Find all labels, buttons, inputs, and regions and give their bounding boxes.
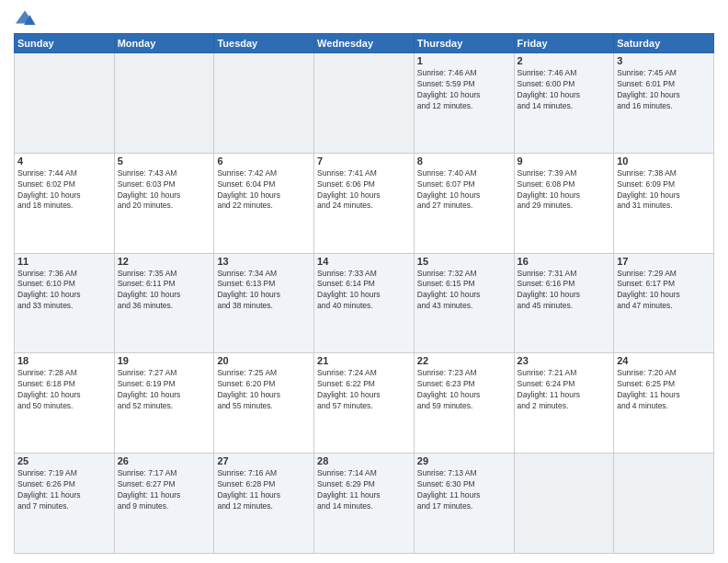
calendar-cell: 16Sunrise: 7:31 AM Sunset: 6:16 PM Dayli… — [514, 253, 614, 353]
day-number: 6 — [217, 155, 311, 167]
calendar-cell: 22Sunrise: 7:23 AM Sunset: 6:23 PM Dayli… — [414, 353, 514, 454]
day-info: Sunrise: 7:20 AM Sunset: 6:25 PM Dayligh… — [617, 368, 711, 412]
day-number: 14 — [317, 256, 411, 267]
day-info: Sunrise: 7:36 AM Sunset: 6:10 PM Dayligh… — [17, 269, 111, 313]
calendar-cell: 10Sunrise: 7:38 AM Sunset: 6:09 PM Dayli… — [614, 153, 714, 253]
calendar-cell — [15, 53, 115, 154]
day-number: 23 — [518, 355, 611, 366]
day-info: Sunrise: 7:46 AM Sunset: 6:00 PM Dayligh… — [518, 68, 611, 112]
day-number: 7 — [317, 155, 411, 167]
calendar-cell: 23Sunrise: 7:21 AM Sunset: 6:24 PM Dayli… — [514, 353, 614, 454]
day-info: Sunrise: 7:33 AM Sunset: 6:14 PM Dayligh… — [317, 269, 411, 313]
day-number: 16 — [518, 256, 611, 267]
calendar-cell: 2Sunrise: 7:46 AM Sunset: 6:00 PM Daylig… — [514, 53, 614, 154]
day-number: 19 — [118, 355, 211, 366]
day-number: 13 — [217, 256, 311, 267]
day-number: 22 — [417, 355, 511, 366]
calendar-cell: 1Sunrise: 7:46 AM Sunset: 5:59 PM Daylig… — [414, 53, 514, 154]
day-info: Sunrise: 7:35 AM Sunset: 6:11 PM Dayligh… — [118, 269, 211, 313]
day-info: Sunrise: 7:40 AM Sunset: 6:07 PM Dayligh… — [417, 168, 511, 213]
day-number: 26 — [118, 455, 211, 466]
calendar-cell: 3Sunrise: 7:45 AM Sunset: 6:01 PM Daylig… — [614, 53, 714, 154]
day-info: Sunrise: 7:28 AM Sunset: 6:18 PM Dayligh… — [17, 368, 111, 412]
calendar-cell: 21Sunrise: 7:24 AM Sunset: 6:22 PM Dayli… — [314, 353, 415, 454]
day-info: Sunrise: 7:44 AM Sunset: 6:02 PM Dayligh… — [17, 168, 111, 213]
logo — [14, 9, 40, 28]
day-info: Sunrise: 7:19 AM Sunset: 6:26 PM Dayligh… — [17, 468, 111, 512]
day-info: Sunrise: 7:13 AM Sunset: 6:30 PM Dayligh… — [417, 468, 511, 512]
day-info: Sunrise: 7:17 AM Sunset: 6:27 PM Dayligh… — [118, 468, 211, 512]
calendar-cell: 19Sunrise: 7:27 AM Sunset: 6:19 PM Dayli… — [114, 353, 214, 454]
day-header-monday: Monday — [114, 34, 214, 53]
day-info: Sunrise: 7:29 AM Sunset: 6:17 PM Dayligh… — [617, 269, 711, 313]
calendar-cell — [214, 53, 314, 154]
week-row-4: 25Sunrise: 7:19 AM Sunset: 6:26 PM Dayli… — [15, 454, 714, 554]
day-header-friday: Friday — [514, 34, 614, 53]
day-info: Sunrise: 7:25 AM Sunset: 6:20 PM Dayligh… — [217, 368, 311, 412]
calendar-cell: 20Sunrise: 7:25 AM Sunset: 6:20 PM Dayli… — [214, 353, 314, 454]
calendar-cell: 11Sunrise: 7:36 AM Sunset: 6:10 PM Dayli… — [15, 253, 115, 353]
week-row-2: 11Sunrise: 7:36 AM Sunset: 6:10 PM Dayli… — [15, 253, 714, 353]
day-number: 27 — [217, 455, 311, 466]
calendar-cell — [114, 53, 214, 154]
day-number: 10 — [617, 155, 711, 167]
day-info: Sunrise: 7:34 AM Sunset: 6:13 PM Dayligh… — [217, 269, 311, 313]
day-header-thursday: Thursday — [414, 34, 514, 53]
page: SundayMondayTuesdayWednesdayThursdayFrid… — [0, 0, 728, 563]
day-info: Sunrise: 7:41 AM Sunset: 6:06 PM Dayligh… — [317, 168, 411, 213]
day-header-sunday: Sunday — [15, 34, 115, 53]
day-number: 2 — [518, 55, 611, 66]
day-info: Sunrise: 7:23 AM Sunset: 6:23 PM Dayligh… — [417, 368, 511, 412]
day-number: 20 — [217, 355, 311, 366]
day-number: 1 — [417, 55, 511, 66]
calendar-cell: 17Sunrise: 7:29 AM Sunset: 6:17 PM Dayli… — [614, 253, 714, 353]
day-number: 29 — [417, 455, 511, 466]
calendar-cell: 8Sunrise: 7:40 AM Sunset: 6:07 PM Daylig… — [414, 153, 514, 253]
calendar-header-row: SundayMondayTuesdayWednesdayThursdayFrid… — [15, 34, 714, 53]
calendar-body: 1Sunrise: 7:46 AM Sunset: 5:59 PM Daylig… — [15, 53, 714, 554]
week-row-3: 18Sunrise: 7:28 AM Sunset: 6:18 PM Dayli… — [15, 353, 714, 454]
day-info: Sunrise: 7:38 AM Sunset: 6:09 PM Dayligh… — [617, 168, 711, 213]
day-info: Sunrise: 7:42 AM Sunset: 6:04 PM Dayligh… — [217, 168, 311, 213]
day-number: 4 — [17, 155, 111, 167]
calendar-cell: 18Sunrise: 7:28 AM Sunset: 6:18 PM Dayli… — [15, 353, 115, 454]
calendar-cell — [614, 454, 714, 554]
day-info: Sunrise: 7:14 AM Sunset: 6:29 PM Dayligh… — [317, 468, 411, 512]
calendar-cell: 25Sunrise: 7:19 AM Sunset: 6:26 PM Dayli… — [15, 454, 115, 554]
day-info: Sunrise: 7:32 AM Sunset: 6:15 PM Dayligh… — [417, 269, 511, 313]
calendar-table: SundayMondayTuesdayWednesdayThursdayFrid… — [14, 33, 714, 554]
day-number: 9 — [518, 155, 611, 167]
calendar-cell — [514, 454, 614, 554]
day-info: Sunrise: 7:46 AM Sunset: 5:59 PM Dayligh… — [417, 68, 511, 112]
calendar-cell: 12Sunrise: 7:35 AM Sunset: 6:11 PM Dayli… — [114, 253, 214, 353]
calendar-cell: 13Sunrise: 7:34 AM Sunset: 6:13 PM Dayli… — [214, 253, 314, 353]
day-info: Sunrise: 7:43 AM Sunset: 6:03 PM Dayligh… — [118, 168, 211, 213]
calendar-cell: 14Sunrise: 7:33 AM Sunset: 6:14 PM Dayli… — [314, 253, 415, 353]
calendar-cell: 4Sunrise: 7:44 AM Sunset: 6:02 PM Daylig… — [15, 153, 115, 253]
day-number: 25 — [17, 455, 111, 466]
day-header-tuesday: Tuesday — [214, 34, 314, 53]
week-row-0: 1Sunrise: 7:46 AM Sunset: 5:59 PM Daylig… — [15, 53, 714, 154]
calendar-cell: 27Sunrise: 7:16 AM Sunset: 6:28 PM Dayli… — [214, 454, 314, 554]
day-header-saturday: Saturday — [614, 34, 714, 53]
day-info: Sunrise: 7:45 AM Sunset: 6:01 PM Dayligh… — [617, 68, 711, 112]
calendar-cell: 15Sunrise: 7:32 AM Sunset: 6:15 PM Dayli… — [414, 253, 514, 353]
day-info: Sunrise: 7:24 AM Sunset: 6:22 PM Dayligh… — [317, 368, 411, 412]
calendar-cell: 29Sunrise: 7:13 AM Sunset: 6:30 PM Dayli… — [414, 454, 514, 554]
day-number: 18 — [17, 355, 111, 366]
calendar-cell: 28Sunrise: 7:14 AM Sunset: 6:29 PM Dayli… — [314, 454, 415, 554]
logo-icon — [14, 9, 36, 28]
day-number: 24 — [617, 355, 711, 366]
day-info: Sunrise: 7:39 AM Sunset: 6:08 PM Dayligh… — [518, 168, 611, 213]
calendar-cell: 7Sunrise: 7:41 AM Sunset: 6:06 PM Daylig… — [314, 153, 415, 253]
day-info: Sunrise: 7:21 AM Sunset: 6:24 PM Dayligh… — [518, 368, 611, 412]
calendar-cell: 6Sunrise: 7:42 AM Sunset: 6:04 PM Daylig… — [214, 153, 314, 253]
header — [14, 9, 714, 28]
day-number: 8 — [417, 155, 511, 167]
day-number: 28 — [317, 455, 411, 466]
day-info: Sunrise: 7:27 AM Sunset: 6:19 PM Dayligh… — [118, 368, 211, 412]
calendar-cell: 9Sunrise: 7:39 AM Sunset: 6:08 PM Daylig… — [514, 153, 614, 253]
day-number: 12 — [118, 256, 211, 267]
week-row-1: 4Sunrise: 7:44 AM Sunset: 6:02 PM Daylig… — [15, 153, 714, 253]
day-number: 21 — [317, 355, 411, 366]
